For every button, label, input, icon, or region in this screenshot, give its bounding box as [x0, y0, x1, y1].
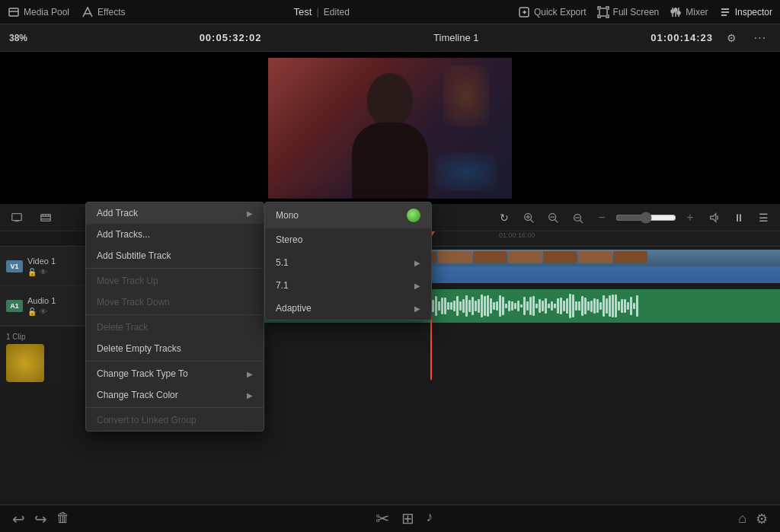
add-track-submenu: Mono Stereo 5.1 ▶ 7.1 ▶ Adaptive ▶	[264, 202, 432, 320]
submenu-adaptive[interactable]: Adaptive ▶	[265, 297, 431, 320]
submenu-5-1[interactable]: 5.1 ▶	[265, 251, 431, 274]
menu-item-add-track[interactable]: Add Track ▶	[86, 202, 264, 224]
menu-item-add-subtitle[interactable]: Add Subtitle Track	[86, 245, 264, 266]
menu-item-add-tracks[interactable]: Add Tracks...	[86, 224, 264, 245]
change-color-arrow: ▶	[247, 391, 253, 400]
add-track-arrow: ▶	[247, 209, 253, 218]
menu-item-move-up: Move Track Up	[86, 270, 264, 291]
menu-item-delete-track: Delete Track	[86, 317, 264, 338]
context-menu: Add Track ▶ Add Tracks... Add Subtitle T…	[85, 202, 264, 432]
mono-dot-icon	[407, 209, 420, 222]
adaptive-arrow: ▶	[414, 304, 420, 313]
menu-sep-4	[86, 407, 264, 408]
context-menu-overlay: Add Track ▶ Add Tracks... Add Subtitle T…	[0, 0, 780, 532]
menu-sep-1	[86, 268, 264, 269]
menu-sep-3	[86, 361, 264, 362]
menu-sep-2	[86, 314, 264, 315]
change-type-arrow: ▶	[247, 370, 253, 378]
menu-item-change-color[interactable]: Change Track Color ▶	[86, 384, 264, 406]
submenu-7-1[interactable]: 7.1 ▶	[265, 274, 431, 297]
menu-item-change-type[interactable]: Change Track Type To ▶	[86, 363, 264, 384]
menu-item-move-down: Move Track Down	[86, 291, 264, 313]
menu-item-convert: Convert to Linked Group	[86, 409, 264, 431]
submenu-mono[interactable]: Mono	[265, 202, 431, 228]
submenu-stereo[interactable]: Stereo	[265, 228, 431, 251]
5-1-arrow: ▶	[414, 259, 420, 267]
menu-item-delete-empty[interactable]: Delete Empty Tracks	[86, 338, 264, 359]
7-1-arrow: ▶	[414, 282, 420, 290]
